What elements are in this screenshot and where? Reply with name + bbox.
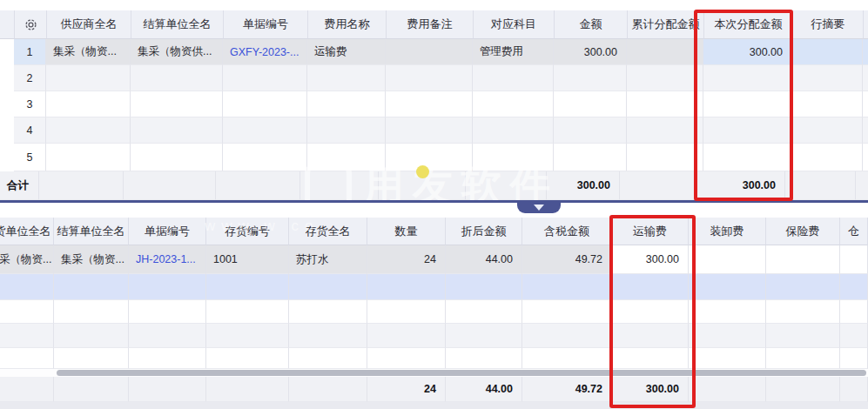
grid-cell[interactable] (446, 324, 522, 348)
grid-cell[interactable] (612, 348, 689, 369)
grid-cell[interactable] (446, 348, 522, 369)
column-header-8[interactable]: 含税金额 (522, 218, 612, 245)
grid-cell[interactable] (46, 65, 131, 91)
grid-cell[interactable] (446, 274, 522, 300)
grid-cell[interactable] (840, 324, 868, 348)
grid-cell[interactable]: GXFY-2023-... (223, 39, 307, 65)
grid-cell[interactable] (522, 274, 612, 300)
grid-cell[interactable] (792, 65, 863, 91)
grid-cell[interactable] (703, 144, 792, 171)
grid-cell[interactable] (689, 274, 766, 300)
grid-cell[interactable] (386, 117, 473, 144)
column-header-6[interactable]: 数量 (367, 218, 446, 245)
grid-cell[interactable] (792, 144, 863, 171)
grid-cell[interactable]: 管理费用 (473, 39, 554, 65)
grid-cell[interactable] (386, 39, 473, 65)
grid-cell[interactable] (206, 324, 289, 348)
grid-cell[interactable]: 300.00 (703, 39, 792, 65)
grid-cell[interactable] (54, 324, 129, 348)
grid-cell[interactable] (473, 144, 554, 171)
grid-cell[interactable] (689, 324, 766, 348)
grid-cell[interactable] (703, 65, 792, 91)
grid-cell[interactable] (206, 300, 289, 324)
grid-cell[interactable] (522, 348, 612, 369)
grid-cell[interactable] (0, 300, 54, 324)
grid-cell[interactable] (473, 117, 554, 144)
horizontal-scrollbar-thumb[interactable] (57, 370, 866, 376)
grid-cell[interactable] (0, 348, 54, 369)
grid-cell[interactable] (367, 348, 446, 369)
grid-cell[interactable] (367, 300, 446, 324)
row-number[interactable]: 3 (14, 91, 46, 117)
column-header-4[interactable]: 费用名称 (308, 10, 387, 39)
grid-cell[interactable] (206, 348, 289, 369)
grid-cell[interactable] (223, 65, 307, 91)
grid-cell[interactable] (54, 300, 129, 324)
row-number[interactable]: 5 (14, 144, 46, 171)
grid-cell[interactable] (289, 348, 367, 369)
grid-cell[interactable] (766, 245, 840, 274)
grid-cell[interactable] (386, 65, 473, 91)
grid-cell[interactable]: 苏打水 (289, 245, 367, 274)
grid-cell[interactable] (131, 144, 223, 171)
grid-cell[interactable] (840, 348, 868, 369)
grid-cell[interactable] (307, 144, 386, 171)
grid-cell[interactable] (522, 324, 612, 348)
grid-cell[interactable] (689, 245, 766, 274)
grid-cell[interactable]: 300.00 (612, 245, 689, 274)
grid-cell[interactable] (131, 65, 223, 91)
grid-cell[interactable]: JH-2023-1... (129, 245, 206, 274)
grid-cell[interactable]: 运输费 (307, 39, 386, 65)
grid-cell[interactable] (386, 91, 473, 117)
grid-cell[interactable]: 44.00 (446, 245, 522, 274)
row-number[interactable]: 4 (14, 117, 46, 144)
grid-cell[interactable] (307, 117, 386, 144)
column-header-2[interactable]: 结算单位全名 (131, 10, 224, 39)
column-header-9[interactable]: 运输费 (612, 218, 689, 245)
column-header-7[interactable]: 金额 (555, 10, 628, 39)
grid-cell[interactable] (554, 117, 627, 144)
horizontal-scrollbar[interactable] (0, 369, 868, 377)
grid-cell[interactable] (223, 117, 307, 144)
grid-cell[interactable] (0, 274, 54, 300)
grid-cell[interactable] (554, 144, 627, 171)
grid-cell[interactable] (206, 274, 289, 300)
grid-cell[interactable] (129, 348, 206, 369)
column-header-9[interactable]: 本次分配金额 (704, 10, 793, 39)
grid-cell[interactable] (386, 144, 473, 171)
column-header-6[interactable]: 对应科目 (474, 10, 555, 39)
column-header-5[interactable]: 存货全名 (289, 218, 367, 245)
column-header-11[interactable]: 保险费 (766, 218, 840, 245)
grid-cell[interactable] (766, 324, 840, 348)
grid-cell[interactable] (223, 91, 307, 117)
grid-cell[interactable] (612, 300, 689, 324)
grid-cell[interactable] (792, 91, 863, 117)
column-header-10[interactable]: 装卸费 (689, 218, 766, 245)
column-header-4[interactable]: 存货编号 (206, 218, 289, 245)
grid-cell[interactable] (766, 348, 840, 369)
grid-cell[interactable] (473, 65, 554, 91)
grid-cell[interactable] (627, 91, 703, 117)
grid-cell[interactable] (0, 324, 54, 348)
grid-cell[interactable]: 采（物资... (0, 245, 54, 274)
column-header-10[interactable]: 行摘要 (793, 10, 864, 39)
grid-cell[interactable] (367, 274, 446, 300)
grid-cell[interactable] (554, 65, 627, 91)
grid-cell[interactable] (627, 65, 703, 91)
column-header-2[interactable]: 结算单位全名 (54, 218, 129, 245)
grid-cell[interactable]: 集采（物资... (46, 39, 131, 65)
grid-cell[interactable] (289, 300, 367, 324)
collapse-panel-button[interactable] (517, 202, 561, 213)
grid-cell[interactable] (612, 274, 689, 300)
grid-cell[interactable] (792, 117, 863, 144)
grid-cell[interactable] (223, 144, 307, 171)
grid-cell[interactable] (554, 91, 627, 117)
grid-cell[interactable] (703, 117, 792, 144)
grid-cell[interactable] (307, 65, 386, 91)
column-header-3[interactable]: 单据编号 (129, 218, 206, 245)
grid-cell[interactable]: 集采（物资供... (131, 39, 223, 65)
grid-cell[interactable] (792, 39, 863, 65)
grid-cell[interactable] (766, 300, 840, 324)
grid-cell[interactable] (54, 274, 129, 300)
column-header-7[interactable]: 折后金额 (446, 218, 522, 245)
